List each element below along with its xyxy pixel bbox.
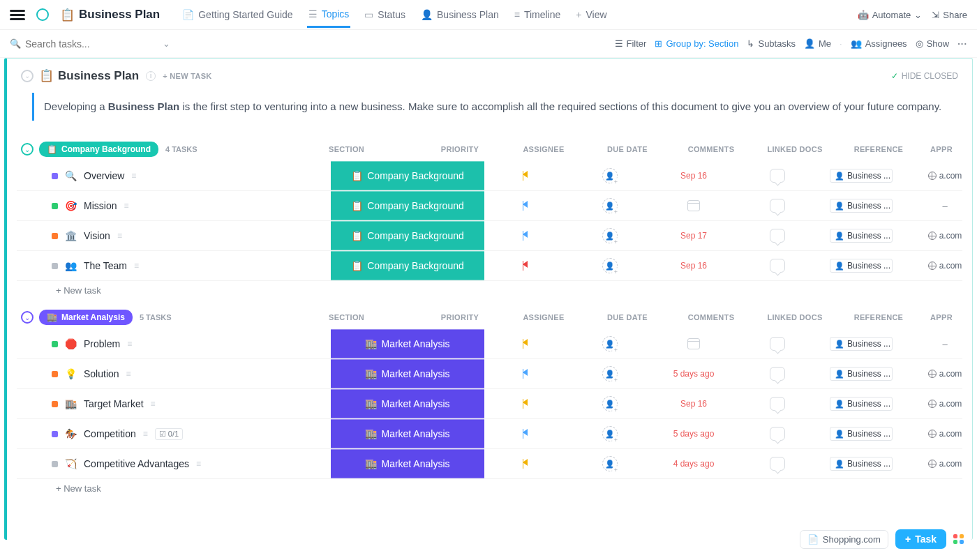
column-header[interactable]: DUE DATE	[586, 313, 669, 321]
comments-cell[interactable]	[736, 427, 819, 441]
due-date-cell[interactable]: Sep 16	[652, 261, 736, 271]
task-row[interactable]: 🎯 Mission ≡ 📋Company Background👤+👤Busine…	[17, 191, 962, 221]
comments-cell[interactable]	[736, 337, 819, 351]
section-cell[interactable]: 📋Company Background	[331, 161, 484, 190]
hamburger-menu-icon[interactable]	[10, 10, 25, 20]
assignee-cell[interactable]: 👤+	[568, 168, 652, 183]
assignee-cell[interactable]: 👤+	[568, 258, 652, 273]
task-row[interactable]: 👥 The Team ≡ 📋Company Background👤+Sep 16…	[17, 251, 962, 281]
column-header[interactable]: COMMENTS	[669, 313, 753, 321]
column-header[interactable]: COMMENTS	[669, 145, 753, 153]
reference-cell[interactable]: –	[903, 201, 973, 211]
section-cell[interactable]: 🏬Market Analysis	[331, 419, 484, 448]
section-cell[interactable]: 📋Company Background	[331, 191, 484, 220]
description-icon[interactable]: ≡	[143, 429, 148, 439]
tab-topics[interactable]: ☰Topics	[307, 2, 351, 28]
linked-docs-cell[interactable]: 👤Business ...	[819, 229, 903, 243]
linked-doc-chip[interactable]: 👤Business ...	[830, 259, 893, 273]
new-task-row[interactable]: + New task	[17, 479, 962, 498]
section-cell[interactable]: 📋Company Background	[331, 221, 484, 250]
description-icon[interactable]: ≡	[134, 261, 139, 271]
column-header[interactable]: ASSIGNEE	[502, 145, 586, 153]
status-indicator[interactable]	[52, 173, 58, 179]
comments-cell[interactable]	[736, 259, 819, 273]
column-header[interactable]: SECTION	[275, 145, 418, 153]
tab-business-plan[interactable]: 👤Business Plan	[419, 3, 500, 27]
comments-cell[interactable]	[736, 169, 819, 183]
info-icon[interactable]: i	[146, 71, 156, 81]
reference-link[interactable]: a.com	[928, 399, 962, 409]
chevron-down-icon[interactable]: ⌄	[163, 38, 170, 49]
task-row[interactable]: 🏬 Target Market ≡ 🏬Market Analysis👤+Sep …	[17, 389, 962, 419]
new-task-row[interactable]: + New task	[17, 281, 962, 300]
linked-docs-cell[interactable]: 👤Business ...	[819, 397, 903, 411]
column-header[interactable]: SECTION	[275, 313, 418, 321]
assignees-button[interactable]: 👥Assignees	[851, 38, 907, 49]
column-header[interactable]: PRIORITY	[418, 145, 502, 153]
column-header[interactable]: REFERENCE	[837, 145, 920, 153]
status-indicator[interactable]	[52, 203, 58, 209]
reference-cell[interactable]: a.com	[903, 171, 973, 181]
assignee-cell[interactable]: 👤+	[568, 366, 652, 381]
description-icon[interactable]: ≡	[127, 339, 132, 349]
priority-cell[interactable]	[484, 261, 568, 271]
reference-link[interactable]: a.com	[928, 261, 962, 271]
status-indicator[interactable]	[52, 461, 58, 467]
due-date-cell[interactable]: 4 days ago	[652, 459, 736, 469]
due-date-cell[interactable]	[652, 338, 736, 349]
share-button[interactable]: ⇲ Share	[932, 10, 967, 20]
tab-status[interactable]: ▭Status	[363, 3, 407, 27]
due-date-cell[interactable]: 5 days ago	[652, 429, 736, 439]
linked-doc-chip[interactable]: 👤Business ...	[830, 457, 893, 471]
reference-link[interactable]: a.com	[928, 171, 962, 181]
show-button[interactable]: ◎Show	[916, 38, 950, 49]
status-indicator[interactable]	[52, 371, 58, 377]
filter-button[interactable]: ☰Filter	[615, 38, 647, 49]
priority-cell[interactable]	[484, 339, 568, 349]
assignee-cell[interactable]: 👤+	[568, 336, 652, 351]
list-title[interactable]: 📋 Business Plan	[39, 68, 139, 83]
reference-link[interactable]: a.com	[928, 459, 962, 469]
task-row[interactable]: 🏇 Competition ≡ ☑ 0/1🏬Market Analysis👤+5…	[17, 419, 962, 449]
tab-timeline[interactable]: ≡Timeline	[513, 3, 562, 27]
comments-cell[interactable]	[736, 229, 819, 243]
assignee-cell[interactable]: 👤+	[568, 426, 652, 441]
linked-doc-chip[interactable]: 👤Business ...	[830, 427, 893, 441]
reference-link[interactable]: a.com	[928, 369, 962, 379]
column-header[interactable]: LINKED DOCS	[753, 313, 837, 321]
collapse-list-icon[interactable]: ⌄	[21, 70, 33, 82]
task-row[interactable]: 🏛️ Vision ≡ 📋Company Background👤+Sep 17👤…	[17, 221, 962, 251]
comments-cell[interactable]	[736, 199, 819, 213]
list-description[interactable]: Developing a Business Plan is the first …	[32, 93, 958, 121]
linked-docs-cell[interactable]: 👤Business ...	[819, 337, 903, 351]
collapse-group-icon[interactable]: ⌄	[21, 311, 33, 324]
me-button[interactable]: 👤Me	[804, 38, 831, 49]
reference-cell[interactable]: a.com	[903, 261, 973, 271]
section-cell[interactable]: 🏬Market Analysis	[331, 449, 484, 478]
section-cell[interactable]: 🏬Market Analysis	[331, 389, 484, 418]
column-header[interactable]: APPR	[920, 145, 962, 153]
hide-closed-button[interactable]: ✓ HIDE CLOSED	[891, 71, 958, 81]
task-row[interactable]: 🛑 Problem ≡ 🏬Market Analysis👤+👤Business …	[17, 329, 962, 359]
priority-cell[interactable]	[484, 459, 568, 469]
priority-cell[interactable]	[484, 399, 568, 409]
section-cell[interactable]: 📋Company Background	[331, 251, 484, 280]
reference-cell[interactable]: a.com	[903, 369, 973, 379]
apps-grid-icon[interactable]	[953, 534, 964, 540]
column-header[interactable]: APPR	[920, 313, 962, 321]
status-indicator[interactable]	[52, 341, 58, 347]
comments-cell[interactable]	[736, 367, 819, 381]
due-date-cell[interactable]: Sep 17	[652, 231, 736, 241]
reference-cell[interactable]: –	[903, 339, 973, 349]
reference-cell[interactable]: a.com	[903, 459, 973, 469]
comments-cell[interactable]	[736, 457, 819, 471]
assignee-cell[interactable]: 👤+	[568, 396, 652, 411]
due-date-cell[interactable]	[652, 200, 736, 211]
status-indicator[interactable]	[52, 233, 58, 239]
due-date-cell[interactable]: 5 days ago	[652, 369, 736, 379]
reference-link[interactable]: a.com	[928, 231, 962, 241]
reference-cell[interactable]: a.com	[903, 231, 973, 241]
tab-getting-started[interactable]: 📄Getting Started Guide	[181, 3, 294, 27]
search-input[interactable]	[25, 38, 123, 50]
reference-cell[interactable]: a.com	[903, 429, 973, 439]
